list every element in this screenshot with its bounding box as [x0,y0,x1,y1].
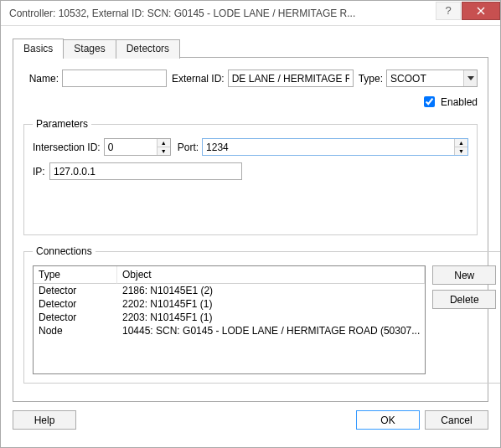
close-icon[interactable] [462,2,500,20]
type-value: SCOOT [390,73,463,85]
table-row[interactable]: Detector 2202: N10145F1 (1) [34,297,425,311]
parameters-group: Parameters Intersection ID: ▲▼ Port: ▲▼ … [23,118,478,235]
port-label: Port: [178,142,199,153]
spin-arrows[interactable]: ▲▼ [157,139,170,155]
window-title: Controller: 10532, External ID: SCN: G01… [1,8,436,19]
intersection-id-input[interactable] [105,139,157,155]
connections-table[interactable]: Type Object Detector 2186: N10145E1 (2) … [33,265,426,374]
name-label: Name: [23,73,59,85]
tab-detectors[interactable]: Detectors [116,39,180,59]
tab-basics[interactable]: Basics [13,39,64,58]
enabled-checkbox[interactable]: Enabled [421,94,478,110]
spin-arrows[interactable]: ▲▼ [454,139,467,155]
name-input[interactable] [62,70,167,87]
tab-stages[interactable]: Stages [63,39,116,59]
help-button[interactable]: Help [13,410,76,430]
ok-button[interactable]: OK [356,410,420,430]
col-object-header[interactable]: Object [117,266,425,284]
port-stepper[interactable]: ▲▼ [202,138,468,156]
tab-strip: Basics Stages Detectors [13,39,488,58]
ip-input[interactable] [49,162,242,180]
external-id-input[interactable] [228,70,354,87]
title-bar: Controller: 10532, External ID: SCN: G01… [1,1,500,26]
connections-group: Connections Type Object Detector 2186: N… [23,245,501,384]
type-label: Type: [359,73,383,85]
connections-legend: Connections [33,245,96,257]
table-row[interactable]: Detector 2186: N10145E1 (2) [34,284,425,297]
new-button[interactable]: New [432,265,496,285]
ip-label: IP: [33,166,46,178]
table-row[interactable]: Detector 2203: N10145F1 (1) [34,311,425,324]
chevron-down-icon [463,70,477,86]
parameters-legend: Parameters [33,118,91,130]
delete-button[interactable]: Delete [432,290,496,309]
enabled-check-input[interactable] [424,96,435,107]
port-input[interactable] [203,139,454,155]
enabled-label: Enabled [441,96,478,108]
tab-panel-basics: Name: External ID: Type: SCOOT Enabled P… [13,57,488,402]
intersection-id-label: Intersection ID: [33,142,101,153]
help-icon[interactable]: ? [436,2,461,20]
external-id-label: External ID: [172,73,225,85]
cancel-button[interactable]: Cancel [425,410,488,430]
type-select[interactable]: SCOOT [386,70,478,87]
intersection-id-stepper[interactable]: ▲▼ [104,138,171,156]
table-row[interactable]: Node 10445: SCN: G0145 - LODE LANE / HER… [34,324,425,337]
col-type-header[interactable]: Type [34,266,117,284]
